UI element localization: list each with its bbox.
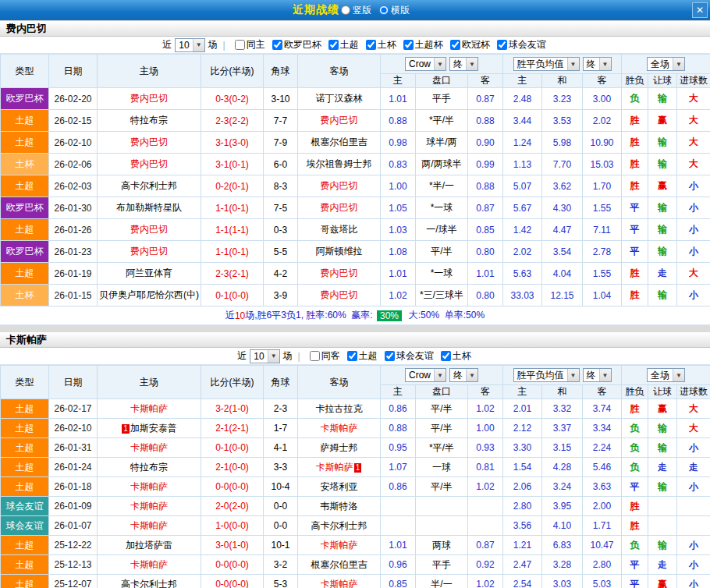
match-row: 土超 26-01-31 卡斯帕萨 0-1(0-0) 4-1 萨姆士邦 0.95 … [1, 438, 710, 458]
goals-result-cell: 小 [677, 555, 710, 575]
home-team-cell: 特拉布宗 [98, 110, 201, 132]
handicap-result-cell: 输 [648, 285, 677, 306]
league-filter-label: 土超 [359, 349, 378, 363]
away-odds-cell: 1.01 [468, 263, 503, 285]
score-cell: 2-3(2-2) [201, 110, 264, 132]
vertical-label: 竖版 [353, 4, 371, 17]
chevron-down-icon [673, 58, 684, 70]
odds-company-select[interactable]: Crow [405, 368, 446, 382]
match-count-select[interactable]: 10 [250, 349, 279, 363]
red-card-badge: 1 [354, 463, 362, 473]
away-team-cell: 韦斯特洛 [298, 497, 381, 516]
handicap-result-cell: 输 [648, 154, 677, 175]
layout-horizontal-option[interactable]: 横版 [379, 4, 410, 17]
avg-away-odds-cell: 1.55 [583, 263, 622, 285]
horizontal-radio[interactable] [379, 5, 389, 15]
score-cell: 0-0(0-0) [201, 555, 264, 575]
filter-row: 近 10 场 | 同主 欧罗巴杯 土超 [0, 37, 710, 54]
match-row: 球会友谊 26-01-09 卡斯帕萨 2-0(2-0) 0-0 韦斯特洛 [1, 497, 710, 516]
league-filter-checkbox[interactable] [497, 40, 507, 50]
league-filter-checkbox[interactable] [310, 351, 320, 361]
match-date-cell: 26-02-20 [49, 88, 98, 110]
home-team-name: 费内巴切 [130, 246, 168, 257]
corner-cell: 7-7 [264, 110, 298, 132]
league-filter-option[interactable]: 土杯 [364, 38, 396, 51]
league-filter-checkbox[interactable] [328, 40, 339, 50]
page-title: 近期战绩 [293, 3, 339, 17]
avg-home-odds-cell: 1.54 [503, 458, 542, 477]
match-row: 欧罗巴杯 26-01-30 布加勒斯特星队 1-1(0-1) 7-5 费内巴切 … [1, 197, 710, 219]
handicap-result-cell: 赢 [648, 175, 677, 197]
avg-stage-select[interactable]: 终 [583, 57, 612, 71]
odds-stage-select[interactable]: 终 [449, 57, 478, 71]
match-count-select[interactable]: 10 [175, 38, 204, 52]
league-filter-option[interactable]: 土超杯 [401, 38, 443, 51]
away-team-name: 费内巴切 [321, 115, 358, 126]
avg-odds-select[interactable]: 胜平负均值 [513, 57, 580, 71]
league-filter-option[interactable]: 球会友谊 [495, 38, 546, 51]
handicap-cell: 一球 [416, 458, 468, 477]
score-cell: 3-1(0-1) [201, 154, 264, 175]
league-type-cell: 土超 [1, 438, 49, 458]
league-filter-checkbox[interactable] [347, 351, 357, 361]
odds-header-cell: Crow 终 [381, 366, 503, 385]
avg-away-odds-cell: 10.90 [583, 132, 622, 154]
handicap-result-cell: 走 [648, 458, 677, 477]
handicap-cell: *一球 [416, 263, 468, 285]
summary-part: 10 [235, 310, 245, 321]
scope-select[interactable]: 全场 [647, 57, 685, 71]
result-cell: 负 [622, 419, 648, 438]
avg-stage-select[interactable]: 终 [583, 368, 612, 382]
vertical-radio[interactable] [341, 5, 350, 15]
summary-row: 近 10 场,胜6平3负1, 胜率:60% 赢率: 30% 大:50% 单率:5… [0, 306, 710, 325]
scope-select[interactable]: 全场 [647, 368, 685, 382]
league-filter-option[interactable]: 欧冠杯 [448, 38, 490, 51]
close-button[interactable]: ✕ [692, 2, 708, 18]
home-odds-cell: 0.88 [381, 110, 416, 132]
handicap-cell: 两/两球半 [416, 154, 468, 175]
handicap-result-cell: 赢 [648, 399, 677, 419]
odds-stage-select[interactable]: 终 [449, 368, 478, 382]
league-filter-option[interactable]: 土超 [345, 349, 378, 363]
league-filter-checkbox[interactable] [441, 351, 451, 361]
league-filter-option[interactable]: 同客 [307, 349, 340, 363]
avg-away-odds-cell: 2.24 [583, 438, 622, 458]
match-date-cell: 26-01-26 [49, 219, 98, 241]
league-filter-option[interactable]: 欧罗巴杯 [270, 38, 321, 51]
section-fenerbahce: 费内巴切 近 10 场 | 同主 欧罗巴杯 [0, 20, 710, 325]
handicap-cell: 一/球半 [416, 219, 468, 241]
away-team-name: 费内巴切 [321, 267, 358, 278]
avg-odds-select[interactable]: 胜平负均值 [513, 368, 580, 382]
away-odds-cell: 1.02 [468, 477, 503, 497]
league-filter-option[interactable]: 同主 [233, 38, 265, 51]
result-cell: 胜 [622, 175, 648, 197]
away-odds-cell: 1.02 [468, 575, 503, 588]
col-header-date: 日期 [49, 366, 98, 399]
odds-company-select[interactable]: Crow [405, 57, 446, 71]
league-filter-option[interactable]: 土杯 [438, 349, 471, 363]
avg-stage-value: 终 [587, 369, 596, 382]
away-team-cell: 阿斯顿维拉 [298, 241, 381, 263]
home-team-cell: 阿兰亚体育 [98, 263, 201, 285]
league-filter-checkbox[interactable] [385, 351, 395, 361]
league-filter-checkbox[interactable] [450, 40, 460, 50]
layout-vertical-option[interactable]: 竖版 [341, 4, 371, 17]
league-filter-option[interactable]: 球会友谊 [382, 349, 434, 363]
corner-cell: 4-1 [264, 438, 298, 458]
subcol-avg-draw: 和 [542, 385, 583, 399]
result-cell: 胜 [622, 110, 648, 132]
league-filter-checkbox[interactable] [272, 40, 282, 50]
away-team-name: 卡斯帕萨 [321, 540, 358, 551]
away-team-cell: 费内巴切 [298, 110, 381, 132]
away-team-name: 根塞尔伯里吉 [311, 136, 367, 147]
league-filter-checkbox[interactable] [366, 40, 376, 50]
home-odds-cell: 0.95 [381, 438, 416, 458]
match-row: 土超 26-01-19 阿兰亚体育 2-3(2-1) 4-2 费内巴切 1.01… [1, 263, 710, 285]
away-team-cell: 根塞尔伯里吉 [298, 555, 381, 575]
goals-result-cell: 大 [677, 110, 710, 132]
league-filter-option[interactable]: 土超 [326, 38, 359, 51]
match-date-cell: 26-01-19 [49, 263, 98, 285]
league-filter-checkbox[interactable] [403, 40, 414, 50]
home-odds-cell: 1.03 [381, 219, 416, 241]
league-filter-checkbox[interactable] [235, 40, 245, 50]
